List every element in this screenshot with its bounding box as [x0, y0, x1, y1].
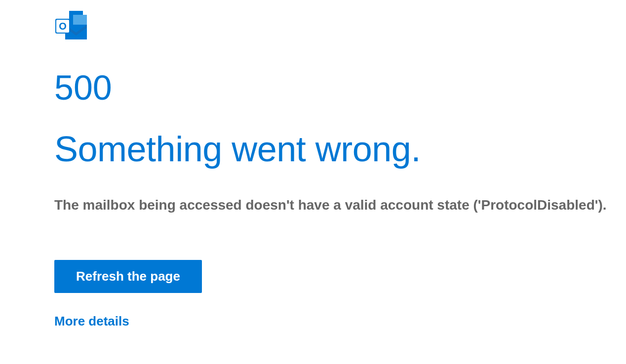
error-message: The mailbox being accessed doesn't have … — [54, 197, 626, 213]
more-details-link[interactable]: More details — [54, 314, 129, 329]
svg-text:O: O — [59, 21, 67, 32]
error-code: 500 — [54, 71, 626, 105]
refresh-button[interactable]: Refresh the page — [54, 260, 202, 293]
outlook-logo-icon: O — [54, 11, 626, 43]
error-page-container: O 500 Something went wrong. The mailbox … — [0, 0, 626, 329]
error-title: Something went wrong. — [54, 130, 626, 169]
